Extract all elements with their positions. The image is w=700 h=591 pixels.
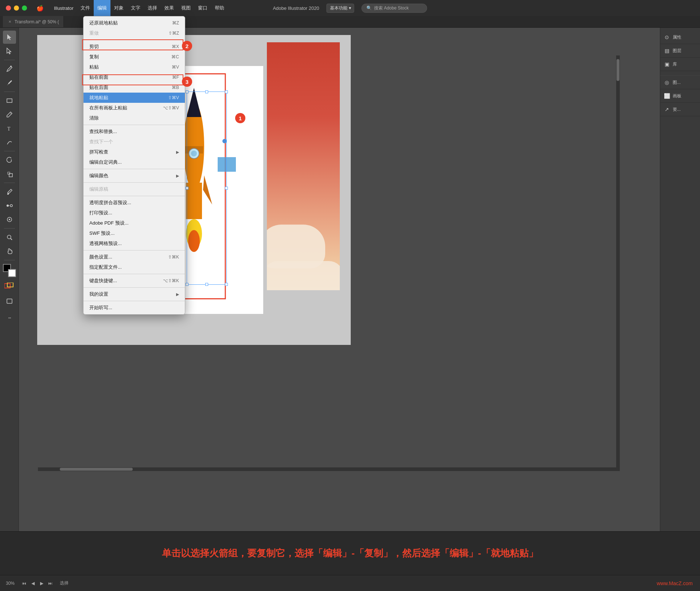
graphics-icon: ◎ [663, 79, 670, 86]
menu-file[interactable]: 文件 [77, 0, 94, 16]
svg-point-28 [191, 151, 197, 156]
menu-cut[interactable]: 剪切 ⌘X [83, 42, 185, 52]
menu-view[interactable]: 视图 [178, 0, 194, 16]
blend-tool[interactable] [3, 199, 16, 212]
menu-my-settings-label: 我的设置 [89, 291, 176, 298]
panel-properties[interactable]: ⊙ 属性 [660, 31, 700, 44]
menu-paste[interactable]: 粘贴 ⌘V [83, 62, 185, 72]
pencil-tool[interactable] [3, 108, 16, 121]
cloud-2 [267, 261, 340, 290]
menu-assign-profile[interactable]: 指定配置文件... [83, 262, 185, 272]
handle-mr[interactable] [225, 187, 228, 190]
more-tools-btn[interactable]: ··· [3, 311, 16, 324]
type-tool[interactable]: T [3, 122, 16, 135]
menu-find-next-label: 查找下一个 [89, 139, 179, 145]
menu-transparency-flattener[interactable]: 透明度拼合器预设... [83, 198, 185, 208]
assets-icon: ↗ [663, 106, 670, 113]
menu-object[interactable]: 对象 [110, 0, 127, 16]
background-color[interactable] [8, 269, 16, 277]
menu-paste-in-place[interactable]: 就地粘贴 ⇧⌘V [83, 93, 185, 103]
symbol-spray-tool[interactable] [3, 213, 16, 226]
menu-illustrator[interactable]: Illustrator [50, 0, 77, 16]
menu-spell-check[interactable]: 拼写检查 ▶ [83, 147, 185, 157]
handle-br[interactable] [225, 283, 228, 286]
vertical-scroll-thumb[interactable] [617, 59, 619, 81]
brush-tool[interactable] [3, 76, 16, 89]
menu-find-replace-label: 查找和替换... [89, 128, 179, 135]
menu-edit-dictionary[interactable]: 编辑自定词典... [83, 157, 185, 167]
menu-paste-front[interactable]: 贴在前面 ⌘F [83, 72, 185, 82]
menu-paste-back[interactable]: 贴在后面 ⌘B [83, 82, 185, 93]
nav-next-btn[interactable]: ▶ [38, 580, 45, 587]
menu-copy[interactable]: 复制 ⌘C [83, 52, 185, 62]
scale-tool[interactable] [3, 167, 16, 180]
search-bar[interactable]: 🔍 搜索 Adobe Stock [362, 4, 427, 13]
close-button[interactable] [6, 5, 11, 11]
horizontal-scrollbar[interactable] [38, 467, 620, 471]
panel-graphics[interactable]: ◎ 图... [660, 76, 700, 89]
horizontal-scroll-thumb[interactable] [60, 468, 133, 471]
dd-sep-3 [83, 169, 185, 169]
menu-text[interactable]: 文字 [127, 0, 144, 16]
menu-undo[interactable]: 还原就地粘贴 ⌘Z [83, 18, 185, 28]
color-picker[interactable] [3, 264, 16, 277]
direct-select-tool[interactable] [3, 44, 16, 58]
menu-find-replace[interactable]: 查找和替换... [83, 127, 185, 137]
menu-select[interactable]: 选择 [144, 0, 161, 16]
menu-pdf-presets-label: Adobe PDF 预设... [89, 220, 179, 226]
menu-edit-original[interactable]: 编辑原稿 [83, 184, 185, 194]
menu-effect[interactable]: 效果 [161, 0, 178, 16]
menu-window[interactable]: 窗口 [194, 0, 211, 16]
screen-mode-btn[interactable] [3, 295, 16, 308]
menu-help[interactable]: 帮助 [211, 0, 228, 16]
menu-print-presets[interactable]: 打印预设... [83, 208, 185, 218]
workspace-selector[interactable]: 基本功能 ▾ [327, 4, 354, 13]
menu-find-next[interactable]: 查找下一个 [83, 137, 185, 147]
tab-title: Transform.ai* @ 50% ( [15, 19, 59, 24]
zoom-tool[interactable] [3, 231, 16, 244]
tool-separator-3 [4, 151, 15, 151]
eyedropper-tool[interactable] [3, 185, 16, 198]
menu-paste-all[interactable]: 在所有画板上粘贴 ⌥⇧⌘V [83, 103, 185, 113]
handle-tr[interactable] [225, 90, 228, 93]
pen-tool[interactable] [3, 62, 16, 75]
menu-paste-label: 粘贴 [89, 64, 164, 70]
menu-paste-all-shortcut: ⌥⇧⌘V [163, 105, 179, 110]
nav-last-btn[interactable]: ⏭ [47, 580, 54, 587]
color-mode-btn[interactable] [3, 279, 16, 292]
rotate-tool[interactable] [3, 153, 16, 167]
menu-edit[interactable]: 编辑 [94, 0, 110, 16]
select-tool[interactable] [3, 31, 16, 44]
menu-swf-presets[interactable]: SWF 预设... [83, 228, 185, 238]
hand-tool[interactable] [3, 245, 16, 258]
panel-layers[interactable]: ▤ 图层 [660, 44, 700, 58]
panel-artboard[interactable]: ⬜ 画板 [660, 89, 700, 103]
tab-close-button[interactable]: ✕ [7, 19, 12, 24]
menu-perspective-grid[interactable]: 透视网格预设... [83, 238, 185, 249]
menu-assign-profile-label: 指定配置文件... [89, 264, 179, 271]
menu-redo[interactable]: 重做 ⇧⌘Z [83, 28, 185, 38]
menu-color-settings[interactable]: 颜色设置... ⇧⌘K [83, 252, 185, 262]
titlebar: 🍎 Illustrator 文件 编辑 对象 文字 选择 效果 视图 窗口 帮助… [0, 0, 700, 16]
nav-prev-btn[interactable]: ◀ [29, 580, 36, 587]
menu-cut-shortcut: ⌘X [172, 44, 179, 49]
panel-assets[interactable]: ↗ 资... [660, 103, 700, 116]
panel-libraries[interactable]: ▣ 库 [660, 58, 700, 71]
vertical-scrollbar[interactable] [616, 55, 620, 471]
menu-keyboard-shortcuts[interactable]: 键盘快捷键... ⌥⇧⌘K [83, 276, 185, 286]
arc-tool[interactable] [3, 136, 16, 149]
minimize-button[interactable] [14, 5, 19, 11]
menu-my-settings[interactable]: 我的设置 ▶ [83, 289, 185, 299]
nav-first-btn[interactable]: ⏮ [20, 580, 28, 587]
apple-menu[interactable]: 🍎 [33, 0, 47, 16]
menu-edit-color[interactable]: 编辑颜色 ▶ [83, 171, 185, 181]
menu-clear[interactable]: 清除 [83, 113, 185, 123]
document-tab[interactable]: ✕ Transform.ai* @ 50% ( [3, 16, 64, 27]
menu-edit-dictionary-label: 编辑自定词典... [89, 159, 179, 166]
rectangle-tool[interactable] [3, 94, 16, 107]
artboard-2 [267, 42, 340, 290]
maximize-button[interactable] [22, 5, 27, 11]
menu-dictation[interactable]: 开始听写... [83, 303, 185, 313]
menu-pdf-presets[interactable]: Adobe PDF 预设... [83, 218, 185, 228]
menu-paste-front-shortcut: ⌘F [172, 75, 179, 80]
